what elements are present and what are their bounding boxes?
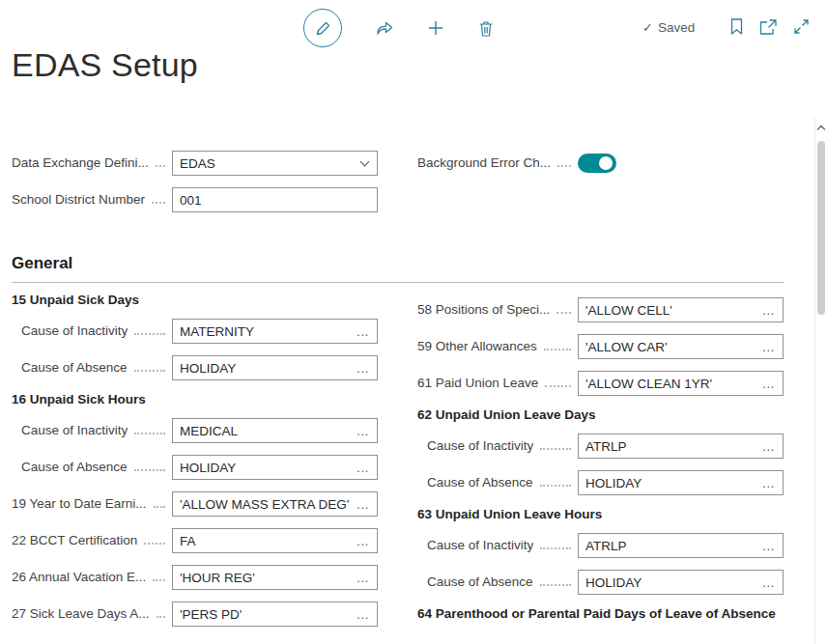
expand-arrows-icon	[793, 18, 810, 35]
field-label: Cause of Inactivity	[21, 423, 128, 437]
background-error-toggle[interactable]	[578, 154, 616, 173]
field-input[interactable]: ATRLP …	[578, 533, 784, 558]
field-label: 59 Other Allowances	[417, 339, 537, 353]
field-value: 'PERS PD'	[180, 607, 353, 622]
assist-edit-button[interactable]: …	[758, 377, 777, 391]
dotted-leader	[134, 469, 165, 471]
dotted-leader	[545, 385, 571, 387]
field-label: Cause of Absence	[427, 475, 533, 490]
field-value: HOLIDAY	[585, 575, 758, 590]
vertical-scrollbar[interactable]	[814, 118, 827, 644]
delete-button[interactable]	[477, 19, 495, 38]
field-label: Cause of Absence	[21, 460, 128, 474]
field-input[interactable]: 'PERS PD' …	[172, 602, 378, 627]
dotted-leader	[540, 584, 571, 586]
dotted-leader	[540, 547, 571, 549]
dotted-leader	[134, 370, 165, 372]
assist-edit-button[interactable]: …	[353, 534, 371, 548]
dotted-leader	[556, 312, 571, 314]
assist-edit-button[interactable]: …	[758, 439, 777, 454]
chevron-down-icon[interactable]	[360, 157, 370, 167]
field-label: Data Exchange Defini...	[12, 155, 149, 170]
assist-edit-button[interactable]: …	[353, 571, 371, 585]
assist-edit-button[interactable]: …	[353, 497, 371, 512]
dotted-leader	[134, 433, 165, 434]
field-row-school-district: School District Number 001	[12, 187, 378, 212]
field-input[interactable]: 'HOUR REG' …	[172, 565, 378, 590]
dotted-leader	[557, 165, 571, 167]
assist-edit-button[interactable]: …	[758, 340, 777, 354]
assist-edit-button[interactable]: …	[353, 324, 371, 339]
field-label: 22 BCCT Certification	[12, 533, 137, 547]
field-label: Cause of Inactivity	[21, 323, 128, 338]
scrollbar-up-icon[interactable]	[817, 126, 825, 133]
left-column: 15 Unpaid Sick Days Cause of Inactivity …	[12, 290, 378, 638]
share-icon	[375, 18, 394, 38]
field-input[interactable]: 'ALLOW MASS EXTRA DEG' …	[172, 491, 378, 517]
field-value: HOLIDAY	[585, 476, 758, 490]
field-value: MEDICAL	[180, 424, 353, 438]
field-label: 19 Year to Date Earni...	[12, 496, 147, 511]
field-input[interactable]: FA …	[172, 528, 378, 553]
assist-edit-button[interactable]: …	[758, 476, 777, 490]
field-input[interactable]: HOLIDAY …	[578, 470, 784, 495]
edit-button[interactable]	[303, 9, 342, 47]
data-exchange-dropdown[interactable]: EDAS	[172, 151, 378, 176]
field-row-background-error: Background Error Ch...	[417, 151, 784, 176]
assist-edit-button[interactable]: …	[353, 461, 371, 475]
toggle-knob	[599, 156, 613, 170]
field-row-data-exchange: Data Exchange Defini... EDAS	[12, 151, 378, 176]
field-row: Cause of Absence HOLIDAY …	[417, 570, 784, 595]
field-row: Cause of Inactivity ATRLP …	[417, 533, 784, 558]
general-section-columns: 15 Unpaid Sick Days Cause of Inactivity …	[12, 290, 784, 638]
field-input[interactable]: ATRLP …	[578, 434, 784, 459]
assist-edit-button[interactable]: …	[353, 424, 371, 438]
popout-button[interactable]	[759, 19, 777, 35]
field-row: Cause of Absence HOLIDAY …	[417, 470, 784, 495]
assist-edit-button[interactable]: …	[758, 539, 777, 553]
field-label: School District Number	[12, 192, 145, 207]
field-row: Cause of Inactivity MATERNITY …	[12, 319, 378, 344]
dotted-leader	[540, 485, 571, 487]
school-district-input[interactable]: 001	[172, 187, 378, 212]
dotted-leader	[157, 616, 165, 618]
field-value: HOLIDAY	[180, 461, 353, 475]
dotted-leader	[144, 543, 165, 545]
field-value: FA	[180, 534, 353, 548]
field-label: 58 Positions of Speci...	[417, 302, 550, 317]
field-input[interactable]: 'ALLOW CAR' …	[578, 334, 784, 359]
field-input[interactable]: MATERNITY …	[172, 319, 378, 344]
bookmark-button[interactable]	[730, 18, 743, 35]
new-button[interactable]	[427, 19, 444, 37]
field-input[interactable]: HOLIDAY …	[172, 355, 378, 380]
assist-edit-button[interactable]: …	[353, 361, 371, 376]
field-row: Cause of Inactivity MEDICAL …	[12, 418, 378, 443]
expand-button[interactable]	[793, 18, 810, 35]
assist-edit-button[interactable]: …	[758, 575, 777, 590]
share-button[interactable]	[375, 18, 394, 38]
field-value: 'ALLOW CAR'	[585, 340, 758, 354]
field-group-heading: 63 Unpaid Union Leave Hours	[417, 507, 784, 521]
assist-edit-button[interactable]: …	[353, 607, 371, 622]
field-value: ATRLP	[585, 439, 758, 454]
field-value: HOLIDAY	[180, 361, 353, 376]
field-group-heading: 15 Unpaid Sick Days	[12, 293, 378, 307]
trash-icon	[477, 19, 495, 38]
dotted-leader	[544, 349, 571, 350]
field-input[interactable]: HOLIDAY …	[578, 570, 784, 595]
dotted-leader	[152, 202, 165, 204]
field-input[interactable]: HOLIDAY …	[172, 455, 378, 480]
dotted-leader	[540, 448, 571, 450]
field-group-heading: 62 Unpaid Union Leave Days	[417, 407, 784, 422]
scrollbar-thumb[interactable]	[817, 141, 825, 315]
assist-edit-button[interactable]: …	[758, 303, 777, 318]
field-input[interactable]: MEDICAL …	[172, 418, 378, 443]
field-label: 61 Paid Union Leave	[417, 376, 538, 390]
dotted-leader	[134, 333, 165, 335]
header-fields: Data Exchange Defini... EDAS School Dist…	[12, 151, 378, 224]
field-group-heading: 64 Parenthood or Parental Paid Days of L…	[417, 606, 784, 621]
section-heading-general: General	[12, 254, 784, 283]
field-input[interactable]: 'ALLOW CELL' …	[578, 297, 784, 322]
field-input[interactable]: 'ALLOW CLEAN 1YR' …	[578, 371, 784, 396]
field-value: 001	[180, 193, 370, 208]
